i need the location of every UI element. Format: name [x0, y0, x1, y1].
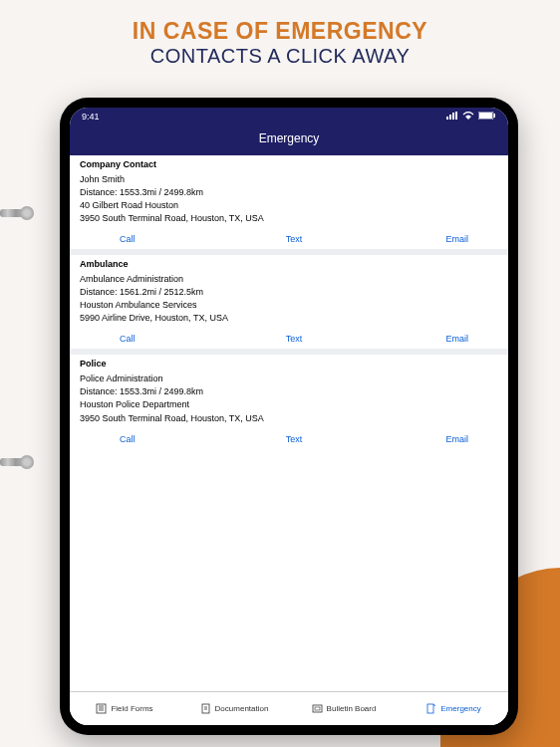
contact-section-police: Police Police Administration Distance: 1… — [70, 355, 508, 448]
call-button[interactable]: Call — [80, 434, 236, 444]
action-row: Call Text Email — [70, 429, 508, 449]
tab-label: Documentation — [215, 704, 269, 713]
contact-address: 3950 South Terminal Road, Houston, TX, U… — [80, 412, 498, 425]
contact-address: 3950 South Terminal Road, Houston, TX, U… — [80, 212, 498, 225]
board-icon — [312, 703, 323, 714]
tab-emergency[interactable]: Emergency — [399, 692, 508, 725]
tab-bulletin-board[interactable]: Bulletin Board — [289, 692, 399, 725]
svg-rect-16 — [427, 704, 433, 713]
contact-section-company: Company Contact John Smith Distance: 155… — [70, 155, 508, 249]
page-title: Emergency — [259, 131, 320, 145]
tab-label: Field Forms — [111, 704, 152, 713]
svg-rect-11 — [202, 704, 209, 713]
contact-name: Police Administration — [80, 373, 498, 385]
nav-header: Emergency — [70, 125, 508, 155]
bottom-nav: Field Forms Documentation Bulletin Board… — [70, 691, 508, 725]
svg-rect-2 — [452, 113, 454, 120]
contact-org: 40 Gilbert Road Houston — [80, 199, 498, 212]
tab-documentation[interactable]: Documentation — [179, 692, 289, 725]
svg-rect-6 — [494, 114, 496, 118]
contact-name: John Smith — [80, 173, 498, 186]
tab-field-forms[interactable]: Field Forms — [70, 692, 179, 725]
marketing-line1: IN CASE OF EMERGENCY — [0, 18, 560, 45]
contact-org: Houston Ambulance Services — [80, 299, 498, 312]
status-bar: 9:41 — [70, 108, 508, 125]
contact-distance: Distance: 1553.3mi / 2499.8km — [80, 385, 498, 398]
marketing-line2: CONTACTS A CLICK AWAY — [0, 45, 560, 68]
form-icon — [96, 703, 107, 714]
action-row: Call Text Email — [70, 329, 508, 349]
section-body: Police Administration Distance: 1553.3mi… — [70, 371, 508, 428]
email-button[interactable]: Email — [352, 434, 498, 444]
section-body: Ambulance Administration Distance: 1561.… — [70, 271, 508, 329]
svg-rect-7 — [97, 704, 106, 713]
text-button[interactable]: Text — [236, 434, 353, 444]
action-row: Call Text Email — [70, 229, 508, 249]
decorative-screw — [0, 458, 26, 466]
section-title: Company Contact — [70, 155, 508, 171]
text-button[interactable]: Text — [236, 334, 353, 344]
email-button[interactable]: Email — [352, 234, 498, 244]
svg-rect-5 — [479, 113, 492, 119]
contact-distance: Distance: 1561.2mi / 2512.5km — [80, 286, 498, 299]
text-button[interactable]: Text — [236, 234, 353, 244]
wifi-icon — [462, 112, 474, 122]
marketing-header: IN CASE OF EMERGENCY CONTACTS A CLICK AW… — [0, 0, 560, 78]
svg-rect-1 — [449, 115, 451, 120]
tab-label: Emergency — [440, 704, 480, 713]
contact-name: Ambulance Administration — [80, 273, 498, 286]
decorative-screw — [0, 209, 26, 217]
call-button[interactable]: Call — [80, 334, 236, 344]
signal-icon — [446, 112, 458, 122]
section-title: Police — [70, 355, 508, 371]
email-button[interactable]: Email — [352, 334, 498, 344]
status-indicators — [446, 112, 496, 122]
tablet-frame: 9:41 Emergency Company Contact John — [60, 98, 518, 735]
document-icon — [200, 703, 211, 714]
content-area[interactable]: Company Contact John Smith Distance: 155… — [70, 155, 508, 691]
contact-org: Houston Police Department — [80, 398, 498, 411]
battery-icon — [478, 112, 496, 122]
call-button[interactable]: Call — [80, 234, 236, 244]
tab-label: Bulletin Board — [327, 704, 377, 713]
svg-rect-0 — [446, 117, 448, 120]
emergency-icon — [425, 703, 436, 714]
section-title: Ambulance — [70, 255, 508, 271]
svg-rect-15 — [315, 707, 320, 710]
svg-rect-14 — [313, 705, 322, 712]
contact-distance: Distance: 1553.3mi / 2499.8km — [80, 186, 498, 199]
status-time: 9:41 — [82, 112, 100, 122]
contact-address: 5990 Airline Drive, Houston, TX, USA — [80, 312, 498, 325]
contact-section-ambulance: Ambulance Ambulance Administration Dista… — [70, 255, 508, 349]
section-body: John Smith Distance: 1553.3mi / 2499.8km… — [70, 171, 508, 229]
svg-rect-3 — [455, 112, 457, 120]
tablet-screen: 9:41 Emergency Company Contact John — [70, 108, 508, 725]
